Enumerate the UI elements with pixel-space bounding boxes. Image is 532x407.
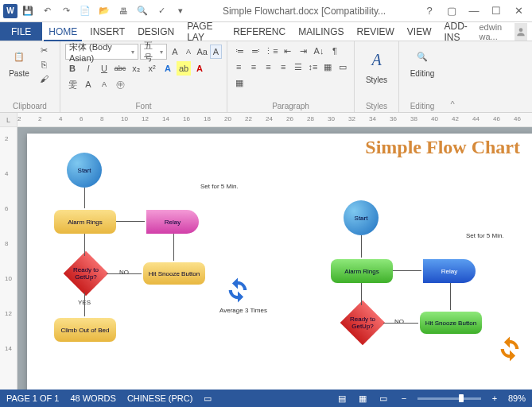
- quick-print-button[interactable]: 🖶: [115, 2, 132, 20]
- ruler-vertical[interactable]: 2468101214: [0, 127, 17, 393]
- highlight-button[interactable]: ab: [177, 61, 191, 76]
- collapse-ribbon-button[interactable]: ^: [445, 41, 460, 112]
- phonetic-button[interactable]: 雯: [65, 77, 80, 91]
- underline-button[interactable]: U: [97, 61, 111, 76]
- tab-addins[interactable]: ADD-INS: [438, 22, 480, 41]
- superscript-button[interactable]: x²: [145, 61, 159, 76]
- open-button[interactable]: 📂: [95, 2, 113, 20]
- snooze-shape-left: Hit Snooze Button: [143, 262, 205, 285]
- app-icon[interactable]: W: [3, 4, 17, 18]
- snap-grid-button[interactable]: ▦: [232, 76, 247, 90]
- print-layout-button[interactable]: ▦: [355, 393, 370, 404]
- cut-button[interactable]: ✂: [37, 44, 51, 56]
- align-left-button[interactable]: ≡: [232, 60, 246, 74]
- subscript-button[interactable]: x₂: [129, 61, 143, 76]
- tab-review[interactable]: REVIEW: [351, 22, 401, 41]
- align-right-button[interactable]: ≡: [262, 60, 275, 74]
- clipboard-group-label: Clipboard: [5, 100, 55, 110]
- tab-home[interactable]: HOME: [42, 22, 83, 41]
- read-mode-button[interactable]: ▤: [335, 393, 349, 404]
- web-layout-button[interactable]: ▭: [376, 393, 390, 404]
- tab-view[interactable]: VIEW: [401, 22, 438, 41]
- no-label-right: NO: [394, 318, 404, 325]
- bullets-button[interactable]: ≔: [232, 44, 247, 58]
- avatar[interactable]: [515, 23, 527, 41]
- multilist-button[interactable]: ⋮≡: [264, 44, 278, 58]
- macro-icon[interactable]: ▭: [204, 393, 212, 404]
- help-button[interactable]: ?: [419, 2, 440, 20]
- clear-format-button[interactable]: A: [210, 45, 222, 59]
- enclose-button[interactable]: ㊥: [113, 77, 127, 91]
- italic-button[interactable]: I: [81, 61, 95, 76]
- ribbon-options-button[interactable]: ▢: [441, 2, 462, 20]
- strike-button[interactable]: abc: [113, 61, 127, 76]
- word-count[interactable]: 48 WORDS: [70, 393, 115, 403]
- distributed-button[interactable]: ☰: [292, 60, 305, 74]
- tab-references[interactable]: REFERENC: [227, 22, 292, 41]
- indent-inc-button[interactable]: ⇥: [296, 44, 310, 58]
- title-bar: W 💾 ↶ ↷ 📄 📂 🖶 🔍 ✓ ▾ Simple Flowchart.doc…: [0, 0, 532, 22]
- group-clipboard: 📋 Paste ✂ ⎘ 🖌 Clipboard: [0, 41, 60, 112]
- close-button[interactable]: ✕: [508, 2, 529, 20]
- document-viewport[interactable]: Simple Flow Chart Start Alarm Rings Rela…: [17, 127, 532, 393]
- align-center-button[interactable]: ≡: [247, 60, 261, 74]
- start-shape-left: Start: [67, 153, 102, 188]
- paragraph-group-label: Paragraph: [232, 100, 349, 110]
- numbering-button[interactable]: ≕: [248, 44, 262, 58]
- editing-group-label: Editing: [404, 100, 441, 110]
- language-status[interactable]: CHINESE (PRC): [127, 393, 193, 403]
- avg-label-left: Average 3 Times: [219, 307, 267, 314]
- new-button[interactable]: 📄: [76, 2, 94, 20]
- minimize-button[interactable]: —: [464, 2, 484, 20]
- text-effects-button[interactable]: A: [161, 61, 175, 76]
- line-spacing-button[interactable]: ↕≡: [306, 60, 320, 74]
- borders-button[interactable]: ▭: [336, 60, 349, 74]
- char-border-button[interactable]: A: [81, 77, 95, 91]
- char-shading-button[interactable]: A: [97, 77, 111, 91]
- svg-point-0: [519, 28, 523, 32]
- maximize-button[interactable]: ☐: [486, 2, 507, 20]
- tab-mailings[interactable]: MAILINGS: [292, 22, 350, 41]
- undo-button[interactable]: ↶: [38, 2, 56, 20]
- zoom-thumb[interactable]: [459, 394, 464, 402]
- ruler-horizontal[interactable]: 2246810121416182022242628303234363840424…: [17, 113, 532, 126]
- zoom-out-button[interactable]: −: [397, 393, 411, 404]
- tab-design[interactable]: DESIGN: [131, 22, 181, 41]
- shading-button[interactable]: ▦: [321, 60, 335, 74]
- change-case-button[interactable]: Aa: [196, 45, 208, 59]
- bold-button[interactable]: B: [65, 61, 80, 76]
- zoom-level[interactable]: 89%: [508, 393, 526, 403]
- copy-button[interactable]: ⎘: [37, 58, 51, 71]
- grow-font-button[interactable]: A: [169, 45, 181, 59]
- editing-button[interactable]: 🔍 Editing: [404, 44, 441, 79]
- ruler-corner: L: [0, 113, 17, 126]
- print-preview-button[interactable]: 🔍: [134, 2, 151, 20]
- doc-title: Simple Flow Chart: [365, 137, 520, 158]
- align-justify-button[interactable]: ≡: [277, 60, 290, 74]
- alarm-shape-right: Alarm Rings: [331, 259, 393, 283]
- zoom-in-button[interactable]: +: [487, 393, 502, 404]
- tab-file[interactable]: FILE: [0, 22, 42, 41]
- account-area: edwin wa...: [479, 22, 532, 41]
- zoom-slider[interactable]: [417, 397, 481, 400]
- user-name[interactable]: edwin wa...: [479, 22, 510, 41]
- format-painter-button[interactable]: 🖌: [37, 72, 51, 85]
- show-marks-button[interactable]: ¶: [328, 44, 342, 58]
- indent-dec-button[interactable]: ⇤: [280, 44, 294, 58]
- font-name-value: 宋体 (Body Asian): [69, 41, 131, 63]
- spell-check-button[interactable]: ✓: [153, 2, 170, 20]
- font-name-combo[interactable]: 宋体 (Body Asian)▾: [65, 44, 138, 60]
- qat-more-button[interactable]: ▾: [172, 2, 189, 20]
- redo-button[interactable]: ↷: [57, 2, 75, 20]
- font-color-button[interactable]: A: [192, 61, 207, 76]
- tab-insert[interactable]: INSERT: [83, 22, 131, 41]
- font-size-combo[interactable]: 五号▾: [140, 44, 168, 60]
- shrink-font-button[interactable]: A: [182, 45, 194, 59]
- tab-page-layout[interactable]: PAGE LAY: [181, 22, 227, 41]
- sort-button[interactable]: A↓: [312, 44, 326, 58]
- styles-button[interactable]: A Styles: [359, 44, 394, 86]
- find-icon: 🔍: [411, 45, 433, 68]
- paste-button[interactable]: 📋 Paste: [5, 44, 33, 79]
- page-status[interactable]: PAGE 1 OF 1: [6, 393, 59, 403]
- save-button[interactable]: 💾: [19, 2, 37, 20]
